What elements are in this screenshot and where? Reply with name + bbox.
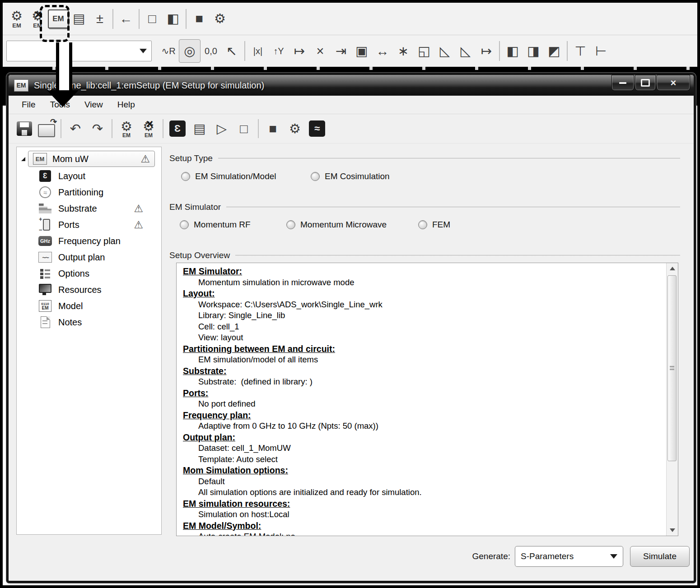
scrollbar-thumb[interactable] [667,275,677,461]
cut-shape-alt-icon[interactable]: ◺ [455,38,476,64]
open-icon[interactable] [36,117,57,140]
scrollbar-grip-icon [670,366,674,370]
radio-icon [418,220,427,229]
tree-item[interactable]: Frequency plan ⚠ [17,233,161,249]
component-symbols-icon[interactable]: ∿R [158,38,179,64]
cell-selector-combobox[interactable] [6,41,152,61]
setup-overview-text: EM Simulator:Momentum simulation in micr… [177,263,666,536]
em-simulator-options: Momentum RF Momentum Microwave FEM [9,220,694,233]
pin-shift-icon[interactable]: ↦ [289,38,310,64]
toolbar-separator[interactable] [186,9,187,29]
tree-item[interactable]: Notes ⚠ [17,314,161,330]
generate-model-gears-icon[interactable]: ⚙ [210,6,230,32]
x-pitch-icon[interactable]: |x| [247,38,268,64]
tree-item[interactable]: Resources ⚠ [17,282,161,298]
3d-solid-preview-icon[interactable]: ■ [262,117,283,140]
minimize-button[interactable] [611,75,634,91]
undo-icon[interactable]: ↶ [65,117,86,140]
overview-line: Output plan: [183,432,666,443]
menu-bar: FileToolsViewHelp [9,96,694,114]
redo-icon[interactable]: ↷ [87,117,108,140]
zoom-to-selection-icon[interactable]: ◎ [179,39,201,63]
overview-line: Substrate: [183,366,666,377]
toolbar-separator[interactable] [244,41,245,61]
align-top-icon[interactable]: ⊤ [570,38,591,64]
menu-item[interactable]: Help [112,98,141,111]
overview-line: Dataset: cell_1_MomUW [183,443,666,454]
window-titlebar[interactable]: EM Single_Line_lib:cell_1:emSetup (EM Se… [9,75,694,96]
overview-line: Mom Simulation options: [183,465,666,476]
radio-icon [286,220,295,229]
align-spacing-icon[interactable]: ⊢ [591,38,611,64]
generate-dropdown[interactable]: S-Parameters [515,546,623,567]
origin-icon[interactable]: 0,0 [201,38,221,64]
em-visualization-icon[interactable]: ≈ [307,117,327,140]
simulate-play-icon[interactable]: ▷ [211,117,232,140]
3d-shaded-view-icon[interactable]: ◧ [163,6,183,32]
toolbar-separator[interactable] [499,41,500,61]
polygon-tool-icon[interactable]: ∗ [393,38,414,64]
generate-label: Generate: [458,551,510,561]
boolean-union-icon[interactable]: ◧ [502,38,523,64]
3d-gears-icon[interactable]: ⚙ [285,117,305,140]
toolbar-separator[interactable] [163,119,163,138]
3d-wireframe-view-icon[interactable]: □ [142,6,163,32]
toolbar-separator[interactable] [567,41,568,61]
tree-root-label: Mom uW [52,154,89,164]
layout-window-icon[interactable]: Ɛ [167,117,188,140]
tree-root-selection[interactable]: EM Mom uW ⚠ [28,151,155,167]
tree-item[interactable]: Output plan ⚠ [17,249,161,265]
overview-line: Adaptive from 0 GHz to 10 GHz (Npts: 50 … [183,421,666,432]
em-simulation-gear-icon[interactable]: ⚙EM [6,6,27,32]
tree-item[interactable]: Substrate ⚠ [17,200,161,217]
tree-root-mom-uw[interactable]: EM Mom uW ⚠ [17,150,161,168]
em-simulation-gear-icon[interactable]: ⚙EM [116,117,137,140]
annotation-arrow-shaft [56,42,72,91]
3d-wireframe-view-icon[interactable]: □ [233,117,254,140]
delete-icon[interactable]: × [310,38,331,64]
scroll-down-icon[interactable] [667,525,678,536]
stretch-bar-icon[interactable]: ↦ [476,38,497,64]
substrate-editor-icon[interactable]: ▤ [69,6,89,32]
menu-item[interactable]: File [16,98,42,111]
radio-em-cosimulation[interactable]: EM Cosimulation [311,171,390,181]
crop-shape-icon[interactable]: ◱ [414,38,434,64]
maximize-button[interactable] [635,75,656,91]
boolean-intersect-icon[interactable]: ◩ [544,38,565,64]
tree-item[interactable]: Partitioning ⚠ [17,184,161,200]
em-clear-gear-icon[interactable]: ⚙EM [138,117,159,140]
3d-solid-preview-icon[interactable]: ■ [189,6,210,32]
snap-pointer-icon[interactable]: ↖ [221,38,242,64]
overview-scrollbar[interactable] [666,263,678,536]
scroll-up-icon[interactable] [667,263,678,274]
setup-type-group-label: Setup Type [169,153,680,163]
window-body: EM Mom uW ⚠ Layout ⚠ Partitioning ⚠ [9,143,694,581]
substrate-editor-icon[interactable]: ▤ [189,117,210,140]
pin-distance-icon[interactable]: ↔ [372,38,393,64]
toolbar-separator[interactable] [139,9,140,29]
radio-fem[interactable]: FEM [418,220,450,230]
port-editor-icon[interactable]: ± [89,6,110,32]
copy-instance-icon[interactable]: ▣ [351,38,372,64]
boolean-subtract-icon[interactable]: ◨ [523,38,544,64]
radio-momentum-microwave[interactable]: Momentum Microwave [286,220,387,230]
toolbar-separator[interactable] [112,119,112,138]
simulate-button[interactable]: Simulate [630,546,690,567]
radio-em-simulation-model[interactable]: EM Simulation/Model [181,171,276,181]
save-icon[interactable] [14,117,35,140]
close-button[interactable]: × [657,75,690,91]
overview-line: Momentum simulation in microwave mode [183,277,666,288]
chevron-down-icon [140,49,147,53]
radio-momentum-rf[interactable]: Momentum RF [180,220,251,230]
insert-pin-icon[interactable]: ⇥ [331,38,351,64]
menu-item[interactable]: View [79,98,109,111]
tree-item[interactable]: Model ⚠ [17,298,161,314]
toolbar-separator[interactable] [61,119,61,138]
toolbar-separator[interactable] [258,119,259,138]
cut-shape-icon[interactable]: ◺ [434,38,455,64]
import-em-setup-icon[interactable]: ← [116,6,136,32]
tree-expander-icon[interactable] [21,157,25,161]
tree-item[interactable]: Options ⚠ [17,265,161,282]
y-axis-icon[interactable]: ↑Y [268,38,289,64]
toolbar-separator[interactable] [112,9,113,29]
